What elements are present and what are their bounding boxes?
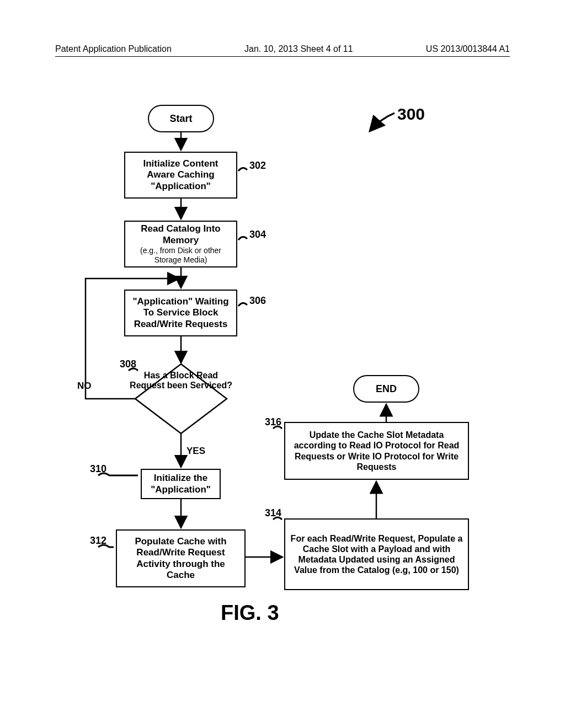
header-center: Jan. 10, 2013 Sheet 4 of 11 (244, 44, 353, 54)
step-312: Populate Cache with Read/Write Request A… (116, 529, 246, 587)
header-left: Patent Application Publication (55, 44, 172, 54)
ref-304: 304 (249, 229, 266, 240)
decision-308: Has a Block Read Request been Serviced? (134, 363, 228, 435)
step-316-text: Update the Cache Slot Metadata according… (290, 430, 463, 472)
step-316: Update the Cache Slot Metadata according… (284, 422, 469, 480)
figure-ref-300: 300 (397, 105, 425, 124)
step-304: Read Catalog Into Memory (e.g., from Dis… (124, 221, 237, 267)
ref-314: 314 (265, 507, 281, 519)
figure-label: FIG. 3 (221, 601, 279, 625)
ref-306: 306 (249, 295, 266, 307)
step-314: For each Read/Write Request, Populate a … (284, 518, 469, 590)
header-rule (55, 56, 510, 57)
step-304-sub: (e.g., from Disk or other Storage Media) (130, 246, 232, 265)
step-302: Initialize Content Aware Caching "Applic… (124, 152, 237, 199)
start-terminator: Start (148, 105, 214, 132)
flowchart: 300 Start END Initialize Content Aware C… (55, 88, 510, 673)
ref-312: 312 (90, 535, 106, 547)
header-right: US 2013/0013844 A1 (426, 44, 510, 54)
step-304-text: Read Catalog Into Memory (130, 223, 232, 246)
decision-no-label: NO (77, 381, 92, 392)
step-312-text: Populate Cache with Read/Write Request A… (121, 536, 240, 581)
step-310: Initialize the "Application" (141, 469, 221, 499)
ref-316: 316 (265, 416, 281, 428)
step-314-text: For each Read/Write Request, Populate a … (290, 533, 463, 576)
step-302-text: Initialize Content Aware Caching "Applic… (130, 158, 232, 192)
end-terminator: END (353, 375, 419, 403)
ref-308: 308 (120, 358, 136, 370)
ref-302: 302 (249, 160, 266, 172)
decision-308-text: Has a Block Read Request been Serviced? (130, 371, 232, 391)
step-306: "Application" Waiting To Service Block R… (124, 290, 237, 336)
page-header: Patent Application Publication Jan. 10, … (55, 44, 510, 54)
step-310-text: Initialize the "Application" (146, 473, 215, 495)
ref-310: 310 (90, 463, 106, 475)
decision-yes-label: YES (186, 446, 205, 457)
step-306-text: "Application" Waiting To Service Block R… (130, 296, 232, 330)
